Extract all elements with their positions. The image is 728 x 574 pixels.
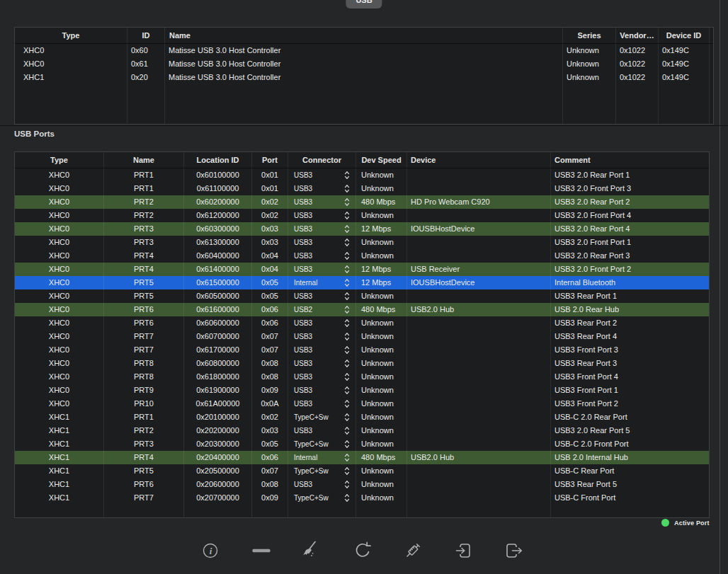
controllers-col-header-2[interactable]: Name: [165, 28, 563, 43]
port-row[interactable]: XHC0PRT30x613000000x03USB3UnknownUSB3 2.…: [15, 236, 709, 249]
port-row[interactable]: XHC0PRT60x616000000x06USB2480 MbpsUSB2.0…: [15, 303, 709, 316]
connector-stepper-icon[interactable]: [344, 386, 350, 397]
refresh-button[interactable]: [351, 539, 375, 563]
port-row[interactable]: XHC0PRT50x605000000x05USB3UnknownUSB3 Re…: [15, 289, 709, 303]
connector-select[interactable]: USB3: [288, 222, 356, 236]
connector-stepper-icon[interactable]: [344, 440, 350, 451]
connector-stepper-icon[interactable]: [344, 480, 350, 491]
connector-select[interactable]: TypeC+Sw: [288, 411, 356, 424]
controller-row[interactable]: XHC10x20Matisse USB 3.0 Host ControllerU…: [15, 71, 713, 84]
connector-select[interactable]: USB3: [288, 182, 356, 195]
connector-stepper-icon[interactable]: [344, 278, 350, 289]
port-row[interactable]: XHC0PRT70x607000000x07USB3UnknownUSB3 Re…: [15, 330, 709, 343]
controllers-col-header-0[interactable]: Type: [15, 28, 127, 43]
ports-col-header-5[interactable]: Dev Speed: [356, 152, 407, 168]
port-row[interactable]: XHC1PRT40x204000000x06Internal480 MbpsUS…: [15, 451, 709, 464]
connector-select[interactable]: USB3: [288, 249, 356, 263]
connector-select[interactable]: USB3: [288, 289, 356, 303]
port-row[interactable]: XHC0PRT30x603000000x03USB312 MbpsIOUSBHo…: [15, 222, 709, 236]
port-row[interactable]: XHC1PRT70x207000000x09TypeC+SwUnknownUSB…: [15, 491, 709, 505]
connector-select[interactable]: USB3: [288, 370, 356, 384]
connector-stepper-icon[interactable]: [344, 211, 350, 222]
info-button[interactable]: i: [198, 539, 222, 563]
controllers-col-header-1[interactable]: ID: [127, 28, 165, 43]
port-row[interactable]: XHC1PRT50x205000000x07TypeC+SwUnknownUSB…: [15, 464, 709, 478]
port-row[interactable]: XHC0PRT70x617000000x07USB3UnknownUSB3 Fr…: [15, 343, 709, 357]
export-button[interactable]: [502, 539, 526, 563]
ports-col-header-2[interactable]: Location ID: [184, 152, 252, 168]
connector-select[interactable]: Internal: [288, 276, 356, 289]
connector-select[interactable]: USB3: [288, 397, 356, 411]
controller-row[interactable]: XHC00x61Matisse USB 3.0 Host ControllerU…: [15, 57, 713, 71]
ports-col-header-1[interactable]: Name: [104, 152, 184, 168]
controllers-col-header-3[interactable]: Series: [563, 28, 616, 43]
connector-stepper-icon[interactable]: [344, 493, 350, 505]
connector-stepper-icon[interactable]: [344, 197, 350, 209]
connector-select[interactable]: USB3: [288, 330, 356, 343]
port-row[interactable]: XHC1PRT20x202000000x03USB3UnknownUSB3 2.…: [15, 424, 709, 437]
connector-select[interactable]: USB3: [288, 168, 356, 182]
connector-stepper-icon[interactable]: [344, 345, 350, 357]
clean-button[interactable]: [300, 539, 324, 563]
controllers-col-header-5[interactable]: Device ID: [659, 28, 710, 43]
port-row[interactable]: XHC0PRT80x608000000x08USB3UnknownUSB3 Re…: [15, 357, 709, 370]
connector-select[interactable]: TypeC+Sw: [288, 491, 356, 505]
port-row[interactable]: XHC0PRT40x614000000x04USB312 MbpsUSB Rec…: [15, 263, 709, 276]
connector-stepper-icon[interactable]: [344, 332, 350, 343]
connector-stepper-icon[interactable]: [344, 224, 350, 236]
connector-stepper-icon[interactable]: [344, 292, 350, 303]
ports-col-header-0[interactable]: Type: [15, 152, 104, 168]
connector-select[interactable]: TypeC+Sw: [288, 464, 356, 478]
port-row[interactable]: XHC0PRT20x612000000x02USB3UnknownUSB3 2.…: [15, 209, 709, 222]
port-row[interactable]: XHC1PRT60x206000000x08USB3UnknownUSB3 Re…: [15, 478, 709, 491]
connector-stepper-icon[interactable]: [344, 359, 350, 370]
port-row[interactable]: XHC0PRT60x606000000x06USB3UnknownUSB3 Re…: [15, 316, 709, 330]
port-row[interactable]: XHC0PRT40x604000000x04USB3UnknownUSB3 2.…: [15, 249, 709, 263]
connector-select[interactable]: USB3: [288, 424, 356, 437]
import-button[interactable]: [452, 539, 476, 563]
connector-stepper-icon[interactable]: [344, 372, 350, 384]
port-row[interactable]: XHC0PRT50x615000000x05Internal12 MbpsIOU…: [15, 276, 709, 289]
connector-select[interactable]: USB3: [288, 478, 356, 491]
connector-stepper-icon[interactable]: [344, 318, 350, 330]
connector-select[interactable]: USB3: [288, 263, 356, 276]
tab-usb[interactable]: USB: [346, 0, 382, 8]
inject-button[interactable]: [401, 539, 425, 563]
port-row[interactable]: XHC0PR100x61A000000x0AUSB3UnknownUSB3 Fr…: [15, 397, 709, 411]
port-row[interactable]: XHC0PRT10x611000000x01USB3UnknownUSB3 2.…: [15, 182, 709, 195]
connector-select[interactable]: TypeC+Sw: [288, 437, 356, 451]
connector-stepper-icon[interactable]: [344, 453, 350, 464]
connector-stepper-icon[interactable]: [344, 171, 350, 182]
port-row[interactable]: XHC1PRT30x203000000x05TypeC+SwUnknownUSB…: [15, 437, 709, 451]
connector-stepper-icon[interactable]: [344, 413, 350, 424]
port-row[interactable]: XHC0PRT90x619000000x09USB3UnknownUSB3 Fr…: [15, 384, 709, 397]
connector-stepper-icon[interactable]: [344, 466, 350, 478]
connector-select[interactable]: USB3: [288, 236, 356, 249]
connector-select[interactable]: USB3: [288, 195, 356, 209]
ports-col-header-3[interactable]: Port: [252, 152, 288, 168]
connector-select[interactable]: USB2: [288, 303, 356, 316]
connector-select[interactable]: USB3: [288, 209, 356, 222]
controller-row[interactable]: XHC00x60Matisse USB 3.0 Host ControllerU…: [15, 44, 713, 57]
connector-select[interactable]: USB3: [288, 343, 356, 357]
remove-button[interactable]: [249, 539, 273, 563]
connector-select[interactable]: Internal: [288, 451, 356, 464]
connector-stepper-icon[interactable]: [344, 251, 350, 263]
ports-col-header-4[interactable]: Connector: [288, 152, 356, 168]
controllers-col-header-4[interactable]: Vendor…: [616, 28, 659, 43]
connector-select[interactable]: USB3: [288, 357, 356, 370]
port-row[interactable]: XHC0PRT80x618000000x08USB3UnknownUSB3 Fr…: [15, 370, 709, 384]
connector-select[interactable]: USB3: [288, 384, 356, 397]
connector-select[interactable]: USB3: [288, 316, 356, 330]
connector-stepper-icon[interactable]: [344, 399, 350, 411]
port-row[interactable]: XHC0PRT10x601000000x01USB3UnknownUSB3 2.…: [15, 168, 709, 182]
connector-stepper-icon[interactable]: [344, 265, 350, 276]
connector-stepper-icon[interactable]: [344, 426, 350, 437]
port-row[interactable]: XHC1PRT10x201000000x02TypeC+SwUnknownUSB…: [15, 411, 709, 424]
ports-col-header-6[interactable]: Device: [407, 152, 551, 168]
ports-col-header-7[interactable]: Comment: [551, 152, 709, 168]
connector-stepper-icon[interactable]: [344, 238, 350, 249]
connector-stepper-icon[interactable]: [344, 305, 350, 316]
port-row[interactable]: XHC0PRT20x602000000x02USB3480 MbpsHD Pro…: [15, 195, 709, 209]
connector-stepper-icon[interactable]: [344, 184, 350, 195]
